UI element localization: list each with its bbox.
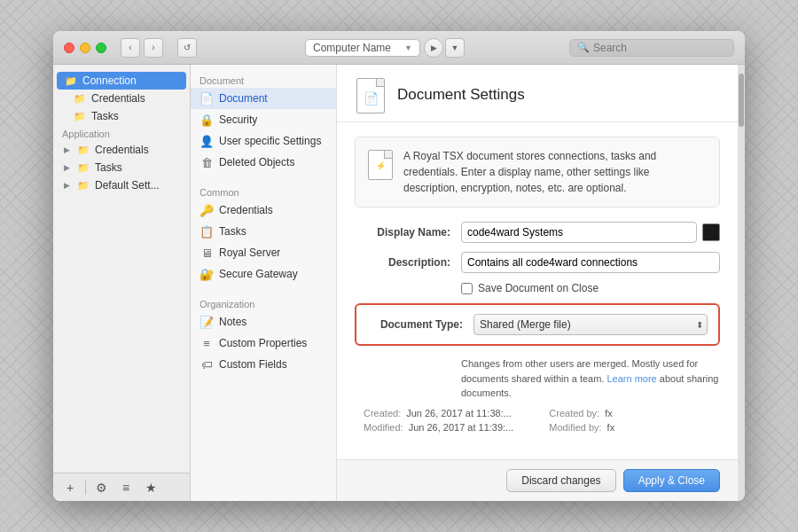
sidebar-item-credentials-2[interactable]: ▶ 📁 Credentials — [53, 141, 190, 159]
search-bar[interactable]: 🔍 — [569, 39, 734, 57]
main-window: ‹ › ↺ Computer Name ▼ ▶ ▼ 🔍 📁 Conn — [53, 31, 745, 501]
display-name-input[interactable] — [461, 222, 697, 243]
nav-item-secure-gateway[interactable]: 🔐 Secure Gateway — [191, 263, 336, 285]
gateway-icon: 🔐 — [200, 267, 214, 281]
display-name-row: Display Name: — [355, 222, 720, 243]
nav-item-credentials[interactable]: 🔑 Credentials — [191, 200, 336, 221]
gear-button[interactable]: ⚙ — [91, 478, 111, 497]
sidebar-item-label: Default Sett... — [95, 179, 160, 192]
save-checkbox-label: Save Document on Close — [478, 282, 598, 294]
maximize-button[interactable] — [96, 43, 106, 53]
search-input[interactable] — [593, 42, 726, 54]
learn-more-link[interactable]: Learn more — [606, 373, 656, 384]
discard-button[interactable]: Discard changes — [506, 469, 615, 492]
settings-content: 📄 Document Settings ⚡ A Royal TSX docume… — [337, 65, 738, 501]
close-button[interactable] — [64, 43, 74, 53]
tag-icon: 🏷 — [200, 357, 214, 372]
chevron-down-icon: ▼ — [404, 43, 412, 52]
color-swatch[interactable] — [702, 223, 720, 241]
forward-button[interactable]: › — [144, 38, 163, 58]
sidebar-item-tasks-1[interactable]: 📁 Tasks — [53, 107, 190, 125]
nav-item-tasks[interactable]: 📋 Tasks — [191, 221, 336, 242]
minimize-button[interactable] — [80, 43, 90, 53]
sidebar-item-credentials-1[interactable]: 📁 Credentials — [53, 90, 190, 107]
disclosure-icon: ▶ — [64, 145, 70, 154]
add-button[interactable]: + — [60, 478, 80, 497]
security-icon: 🔒 — [200, 113, 214, 127]
computer-selector[interactable]: Computer Name ▼ — [305, 39, 420, 57]
folder-icon: 📁 — [64, 75, 78, 86]
nav-item-custom-fields[interactable]: 🏷 Custom Fields — [191, 354, 336, 375]
display-name-label: Display Name: — [355, 226, 461, 239]
document-icon-large: 📄 — [356, 78, 385, 113]
created-row: Created: Jun 26, 2017 at 11:38:... — [364, 408, 513, 419]
settings-header-icon: 📄 — [355, 79, 387, 111]
nav-document-section: Document 📄 Document 🔒 Security 👤 User sp… — [191, 65, 336, 176]
play-button[interactable]: ▶ — [424, 38, 443, 58]
nav-common-section: Common 🔑 Credentials 📋 Tasks 🖥 Royal Ser… — [191, 176, 336, 288]
sidebar-item-label: Connection — [82, 74, 137, 87]
modified-by-value: fx — [607, 422, 615, 433]
nav-item-label: Document — [219, 92, 268, 105]
star-button[interactable]: ★ — [141, 478, 160, 497]
key-icon: 🔑 — [200, 203, 214, 217]
list-button[interactable]: ≡ — [116, 478, 136, 497]
tasks-icon: 📋 — [200, 224, 214, 239]
document-type-label: Document Type: — [367, 318, 473, 331]
scrollbar[interactable] — [738, 65, 745, 501]
document-icon: 📄 — [200, 91, 214, 106]
scrollbar-thumb[interactable] — [739, 74, 744, 127]
folder-icon: 📁 — [76, 180, 90, 191]
back-button[interactable]: ‹ — [121, 38, 140, 58]
traffic-lights — [64, 43, 106, 53]
refresh-button[interactable]: ↺ — [177, 38, 197, 58]
nav-item-security[interactable]: 🔒 Security — [191, 109, 336, 130]
nav-item-user-specific[interactable]: 👤 User specific Settings — [191, 130, 336, 152]
nav-org-section: Organization 📝 Notes ≡ Custom Properties… — [191, 288, 336, 379]
trash-icon: 🗑 — [200, 155, 214, 169]
sidebar-item-connection[interactable]: 📁 Connection — [57, 72, 186, 90]
sidebar-item-tasks-2[interactable]: ▶ 📁 Tasks — [53, 159, 190, 176]
save-checkbox[interactable] — [461, 283, 473, 294]
document-type-select[interactable]: Shared (Merge file) Standard — [473, 314, 708, 335]
settings-nav: Document 📄 Document 🔒 Security 👤 User sp… — [191, 65, 337, 501]
nav-item-deleted-objects[interactable]: 🗑 Deleted Objects — [191, 152, 336, 173]
settings-title: Document Settings — [397, 86, 525, 104]
nav-item-custom-properties[interactable]: ≡ Custom Properties — [191, 332, 336, 354]
settings-body: ⚡ A Royal TSX document stores connection… — [337, 122, 738, 459]
left-sidebar-container: 📁 Connection 📁 Credentials 📁 Tasks Appli… — [53, 65, 191, 501]
sidebar-item-label: Tasks — [91, 110, 119, 122]
nav-item-document[interactable]: 📄 Document — [191, 88, 336, 109]
computer-name-label: Computer Name — [313, 42, 391, 54]
description-input[interactable] — [461, 252, 720, 273]
modified-by-row: Modified by: fx — [549, 422, 614, 433]
sidebar-toolbar: + ⚙ ≡ ★ — [53, 473, 190, 501]
document-type-section: Document Type: Shared (Merge file) Stand… — [355, 303, 720, 346]
list-icon: ≡ — [200, 336, 214, 350]
sidebar-section-application: Application — [53, 125, 190, 141]
doc-icon-small: ⚡ — [368, 150, 393, 180]
apply-close-button[interactable]: Apply & Close — [623, 469, 720, 492]
settings-description-box: ⚡ A Royal TSX document stores connection… — [355, 137, 720, 207]
dropdown-button[interactable]: ▼ — [445, 38, 465, 58]
settings-panel: 📄 Document Settings ⚡ A Royal TSX docume… — [337, 65, 738, 501]
nav-item-notes[interactable]: 📝 Notes — [191, 311, 336, 332]
disclosure-icon: ▶ — [64, 181, 70, 190]
sidebar-item-default-settings[interactable]: ▶ 📁 Default Sett... — [53, 176, 190, 194]
folder-icon: 📁 — [76, 162, 90, 173]
nav-section-org-label: Organization — [191, 295, 336, 311]
main-content: 📁 Connection 📁 Credentials 📁 Tasks Appli… — [53, 65, 745, 501]
metadata-section: Created: Jun 26, 2017 at 11:38:... Modif… — [355, 408, 720, 433]
nav-item-label: Royal Server — [219, 246, 280, 259]
created-label: Created: — [364, 408, 401, 419]
server-icon: 🖥 — [200, 246, 214, 260]
document-type-wrapper: Shared (Merge file) Standard ⬍ — [473, 314, 708, 335]
modified-row: Modified: Jun 26, 2017 at 11:39:... — [364, 422, 513, 433]
disclosure-icon: ▶ — [64, 163, 70, 172]
nav-item-royal-server[interactable]: 🖥 Royal Server — [191, 242, 336, 263]
sidebar-item-label: Credentials — [95, 144, 149, 156]
modified-value: Jun 26, 2017 at 11:39:... — [409, 422, 514, 433]
description-text: A Royal TSX document stores connections,… — [403, 148, 707, 196]
created-by-row: Created by: fx — [549, 408, 614, 419]
modified-by-label: Modified by: — [549, 422, 601, 433]
